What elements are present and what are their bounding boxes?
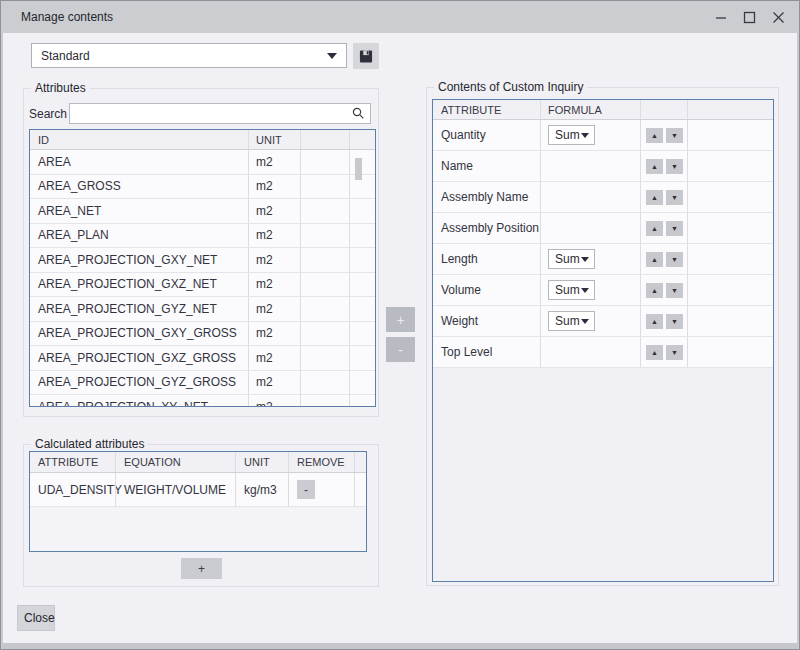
scroll-cell <box>349 175 375 199</box>
move-up-button[interactable]: ▲ <box>646 345 663 360</box>
reorder-cell: ▲▼ <box>640 306 687 336</box>
move-down-button[interactable]: ▼ <box>666 128 683 143</box>
column-header-attribute: ATTRIBUTE <box>433 104 540 116</box>
formula-cell <box>540 151 640 181</box>
add-to-inquiry-button[interactable]: + <box>386 307 415 332</box>
attribute-row[interactable]: AREA_PROJECTION_GYZ_GROSSm2 <box>30 371 375 396</box>
attribute-id: AREA_GROSS <box>30 179 248 193</box>
formula-cell: Sum <box>540 306 640 336</box>
chevron-down-icon <box>581 257 589 262</box>
maximize-button[interactable] <box>735 2 764 32</box>
attribute-row[interactable]: AREA_PLANm2 <box>30 224 375 249</box>
move-down-button[interactable]: ▼ <box>666 345 683 360</box>
formula-select[interactable]: Sum <box>548 249 595 269</box>
search-label: Search <box>29 107 69 121</box>
add-calculated-attribute-button[interactable]: + <box>181 558 222 579</box>
formula-value: Sum <box>555 283 580 297</box>
contents-row[interactable]: QuantitySum▲▼ <box>433 120 773 151</box>
move-up-button[interactable]: ▲ <box>646 283 663 298</box>
window-title: Manage contents <box>21 10 113 24</box>
contents-row[interactable]: Name▲▼ <box>433 151 773 182</box>
maximize-icon <box>743 11 756 24</box>
contents-attribute: Weight <box>433 314 540 328</box>
scroll-cell <box>349 199 375 223</box>
attribute-row[interactable]: AREAm2 <box>30 150 375 175</box>
attribute-row[interactable]: AREA_GROSSm2 <box>30 175 375 200</box>
attribute-row[interactable]: AREA_PROJECTION_XY_NETm2 <box>30 395 375 407</box>
move-up-button[interactable]: ▲ <box>646 159 663 174</box>
attribute-row[interactable]: AREA_NETm2 <box>30 199 375 224</box>
contents-table: ATTRIBUTE FORMULA QuantitySum▲▼Name▲▼Ass… <box>432 99 774 582</box>
move-down-button[interactable]: ▼ <box>666 159 683 174</box>
close-window-button[interactable] <box>764 2 793 32</box>
blank-cell <box>300 395 349 407</box>
move-down-button[interactable]: ▼ <box>666 252 683 267</box>
attribute-unit: m2 <box>248 395 300 407</box>
calculated-attribute: UDA_DENSITY <box>30 483 115 497</box>
remove-calculated-attribute-button[interactable]: - <box>297 480 315 499</box>
attribute-row[interactable]: AREA_PROJECTION_GXY_NETm2 <box>30 248 375 273</box>
move-up-button[interactable]: ▲ <box>646 190 663 205</box>
attribute-row[interactable]: AREA_PROJECTION_GXZ_GROSSm2 <box>30 346 375 371</box>
calculated-unit: kg/m3 <box>235 473 288 506</box>
formula-cell: Sum <box>540 120 640 150</box>
calculated-table-header: ATTRIBUTE EQUATION UNIT REMOVE <box>30 452 366 473</box>
column-header-attribute: ATTRIBUTE <box>30 456 115 468</box>
chevron-down-icon <box>327 53 337 59</box>
attributes-legend: Attributes <box>31 81 90 95</box>
move-down-button[interactable]: ▼ <box>666 221 683 236</box>
formula-cell: Sum <box>540 244 640 274</box>
formula-select[interactable]: Sum <box>548 280 595 300</box>
search-field-wrap <box>69 103 371 124</box>
scroll-cell <box>349 273 375 297</box>
move-down-button[interactable]: ▼ <box>666 283 683 298</box>
move-up-button[interactable]: ▲ <box>646 128 663 143</box>
move-down-button[interactable]: ▼ <box>666 190 683 205</box>
contents-row[interactable]: Assembly Position▲▼ <box>433 213 773 244</box>
calculated-table: ATTRIBUTE EQUATION UNIT REMOVE UDA_DENSI… <box>29 451 367 552</box>
attribute-id: AREA_PROJECTION_GXZ_GROSS <box>30 351 248 365</box>
attribute-unit: m2 <box>248 273 300 297</box>
contents-row[interactable]: VolumeSum▲▼ <box>433 275 773 306</box>
formula-select[interactable]: Sum <box>548 311 595 331</box>
reorder-cell: ▲▼ <box>640 337 687 367</box>
column-header-remove: REMOVE <box>288 452 354 472</box>
scroll-cell <box>349 371 375 395</box>
reorder-cell: ▲▼ <box>640 213 687 243</box>
blank-cell <box>300 322 349 346</box>
contents-attribute: Assembly Position <box>433 221 540 235</box>
reorder-cell: ▲▼ <box>640 120 687 150</box>
calculated-row[interactable]: UDA_DENSITYWEIGHT/VOLUMEkg/m3- <box>30 473 366 507</box>
minimize-button[interactable] <box>706 2 735 32</box>
blank-cell <box>687 306 773 336</box>
attribute-id: AREA_PROJECTION_GXY_NET <box>30 253 248 267</box>
save-preset-button[interactable] <box>353 43 379 69</box>
contents-row[interactable]: Top Level▲▼ <box>433 337 773 368</box>
formula-select[interactable]: Sum <box>548 125 595 145</box>
column-header-blank <box>300 130 349 149</box>
attribute-id: AREA_PROJECTION_GXY_GROSS <box>30 326 248 340</box>
preset-select[interactable]: Standard <box>31 43 347 68</box>
attribute-row[interactable]: AREA_PROJECTION_GXZ_NETm2 <box>30 273 375 298</box>
blank-cell <box>687 120 773 150</box>
move-up-button[interactable]: ▲ <box>646 221 663 236</box>
title-bar[interactable]: Manage contents <box>1 1 799 33</box>
column-header-blank <box>687 100 773 119</box>
close-button[interactable]: Close <box>17 605 55 631</box>
attribute-row[interactable]: AREA_PROJECTION_GXY_GROSSm2 <box>30 322 375 347</box>
move-up-button[interactable]: ▲ <box>646 314 663 329</box>
blank-cell <box>687 244 773 274</box>
scrollbar-thumb[interactable] <box>355 158 362 180</box>
remove-from-inquiry-button[interactable]: - <box>386 337 415 362</box>
move-up-button[interactable]: ▲ <box>646 252 663 267</box>
blank-cell <box>687 337 773 367</box>
contents-row[interactable]: WeightSum▲▼ <box>433 306 773 337</box>
attribute-row[interactable]: AREA_PROJECTION_GYZ_NETm2 <box>30 297 375 322</box>
search-input[interactable] <box>69 103 371 124</box>
blank-cell <box>300 224 349 248</box>
contents-row[interactable]: LengthSum▲▼ <box>433 244 773 275</box>
column-header-scroll <box>349 130 375 149</box>
move-down-button[interactable]: ▼ <box>666 314 683 329</box>
contents-row[interactable]: Assembly Name▲▼ <box>433 182 773 213</box>
blank-cell <box>300 273 349 297</box>
